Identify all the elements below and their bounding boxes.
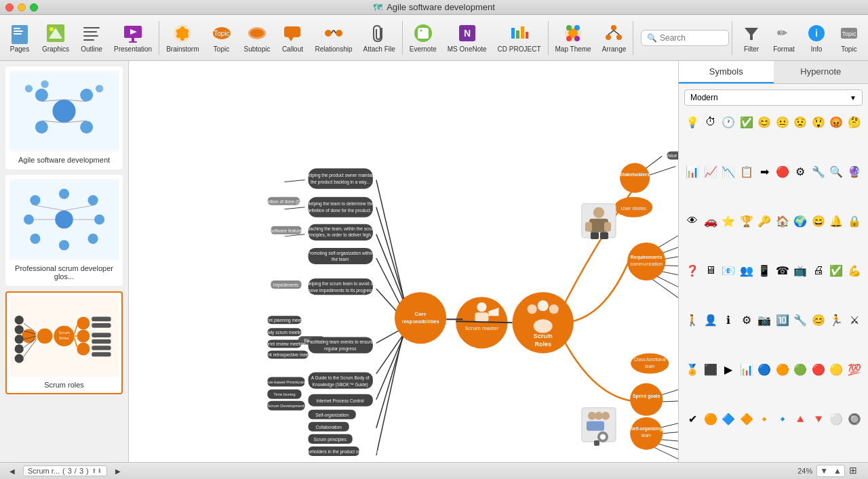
symbol-telephone[interactable]: ☎ (774, 262, 791, 278)
toolbar-relationship[interactable]: Relationship (309, 18, 357, 58)
symbol-small-orange[interactable]: 🔸 (756, 411, 772, 428)
symbol-yellow-circle[interactable]: 🟡 (828, 362, 844, 378)
symbol-down-tri[interactable]: 🔻 (810, 411, 827, 428)
symbol-small-blue[interactable]: 🔹 (774, 411, 791, 428)
symbol-blue-circle[interactable]: 🔵 (756, 362, 772, 378)
symbol-clock[interactable]: 🕐 (720, 114, 736, 130)
minimize-button[interactable] (18, 3, 26, 12)
symbol-orange-diamond[interactable]: 🔶 (738, 411, 755, 428)
symbol-clipboard[interactable]: 📋 (738, 163, 755, 180)
symbol-globe[interactable]: 🌍 (792, 213, 808, 229)
zoom-down-button[interactable]: ▼ (817, 465, 831, 476)
toolbar-arrange[interactable]: Arrange (597, 18, 632, 58)
symbol-trophy[interactable]: 🏆 (738, 213, 755, 229)
symbol-tool[interactable]: 🔧 (792, 312, 808, 329)
symbol-monitor[interactable]: 🖥 (703, 262, 719, 278)
symbol-medal[interactable]: 🏅 (684, 362, 701, 378)
symbol-white-circle[interactable]: ⚪ (828, 411, 844, 428)
toolbar-topic[interactable]: Topic Topic (205, 18, 239, 58)
symbol-chart2[interactable]: 📊 (738, 362, 755, 378)
symbol-happy[interactable]: 😄 (810, 213, 827, 229)
symbol-radio[interactable]: 🔘 (846, 411, 863, 428)
toolbar-info[interactable]: i Info (800, 18, 833, 58)
symbol-extra1[interactable]: 🤔 (846, 114, 863, 130)
symbol-question[interactable]: ❓ (684, 262, 701, 278)
toolbar-format[interactable]: ✏ Format (768, 18, 800, 58)
toolbar-topic2[interactable]: Topic Topic (833, 18, 865, 58)
symbol-key[interactable]: 🔑 (756, 213, 772, 229)
symbol-info[interactable]: ℹ (720, 312, 736, 329)
symbol-bar2[interactable]: 📉 (720, 163, 736, 180)
symbol-lock[interactable]: 🔒 (846, 213, 863, 229)
symbol-bell[interactable]: 🔔 (828, 213, 844, 229)
symbol-orange2[interactable]: 🟠 (703, 411, 719, 428)
symbol-house[interactable]: 🏠 (774, 213, 791, 229)
symbol-people[interactable]: 👥 (738, 262, 755, 278)
symbol-printer[interactable]: 🖨 (810, 262, 827, 278)
symbol-walk[interactable]: 🚶 (684, 312, 701, 329)
symbol-wrench[interactable]: 🔧 (810, 163, 827, 180)
symbol-tv[interactable]: 📺 (792, 262, 808, 278)
symbol-check2[interactable]: ✅ (828, 262, 844, 278)
maximize-button[interactable] (30, 3, 38, 12)
symbol-bulb[interactable]: 💡 (684, 114, 701, 130)
symbol-black-sq[interactable]: ⬛ (703, 362, 719, 378)
tab-symbols[interactable]: Symbols (679, 61, 774, 83)
symbol-worried[interactable]: 😟 (792, 114, 808, 130)
symbol-phone[interactable]: 📱 (756, 262, 772, 278)
close-button[interactable] (5, 3, 14, 12)
toolbar-outline[interactable]: Outline (75, 18, 108, 58)
symbol-settings[interactable]: ⚙ (738, 312, 755, 329)
symbol-star[interactable]: ⭐ (720, 213, 736, 229)
grid-view-button[interactable]: ⊞ (849, 465, 861, 477)
symbol-red-circle2[interactable]: 🔴 (810, 362, 827, 378)
toolbar-graphics[interactable]: Graphics (37, 18, 75, 58)
page-thumb-2[interactable]: Professional scrum developer glos... (5, 175, 123, 286)
toolbar-attach-file[interactable]: Attach File (358, 18, 401, 58)
toolbar-callout[interactable]: Callout (275, 18, 309, 58)
symbol-camera[interactable]: 📷 (756, 312, 772, 329)
symbol-face[interactable]: 😊 (810, 312, 827, 329)
symbol-orange-circle[interactable]: 🟠 (774, 362, 791, 378)
symbol-muscle[interactable]: 💪 (846, 262, 863, 278)
toolbar-subtopic[interactable]: Subtopic (239, 18, 276, 58)
symbol-sword[interactable]: ⚔ (846, 312, 863, 329)
symbol-run[interactable]: 🏃 (828, 312, 844, 329)
symbol-surprised[interactable]: 😲 (810, 114, 827, 130)
symbol-green-circle[interactable]: 🟢 (792, 362, 808, 378)
symbol-angry[interactable]: 😡 (828, 114, 844, 130)
search-input[interactable] (660, 33, 723, 43)
toolbar-ms-onenote[interactable]: N MS OneNote (442, 18, 492, 58)
symbol-neutral[interactable]: 😐 (774, 114, 791, 130)
symbol-smile[interactable]: 😊 (756, 114, 772, 130)
symbol-red-circle[interactable]: 🔴 (774, 163, 791, 180)
symbol-play[interactable]: ▶ (720, 362, 736, 378)
symbol-arrow[interactable]: ➡ (756, 163, 772, 180)
symbol-person[interactable]: 👤 (703, 312, 719, 329)
symbol-magnify[interactable]: 🔍 (828, 163, 844, 180)
symbol-crystal[interactable]: 🔮 (846, 163, 863, 180)
symbol-blue-diamond[interactable]: 🔷 (720, 411, 736, 428)
symbol-car[interactable]: 🚗 (703, 213, 719, 229)
toolbar-filter[interactable]: Filter (735, 18, 768, 58)
symbol-ten[interactable]: 🔟 (774, 312, 791, 329)
symbol-hundred[interactable]: 💯 (846, 362, 863, 378)
tab-hypernote[interactable]: Hypernote (774, 61, 869, 83)
symbol-check-green[interactable]: ✅ (738, 114, 755, 130)
symbol-chart[interactable]: 📊 (684, 163, 701, 180)
page-thumb-1[interactable]: Agile software development (5, 66, 123, 169)
search-box[interactable]: 🔍 (641, 30, 729, 46)
toolbar-presentation[interactable]: Presentation (108, 18, 157, 58)
mind-map-canvas[interactable]: Stakeholders User stories Requirements c… (129, 61, 678, 462)
toolbar-evernote[interactable]: Evernote (404, 18, 442, 58)
symbol-timer[interactable]: ⏱ (703, 114, 719, 130)
next-page-button[interactable]: ▶ (113, 465, 123, 476)
prev-page-button[interactable]: ◀ (7, 465, 18, 476)
toolbar-brainstorm[interactable]: Brainstorm (161, 18, 204, 58)
symbol-checkmark[interactable]: ✔ (684, 411, 701, 428)
symbol-category-dropdown[interactable]: Modern ▼ (684, 89, 863, 106)
toolbar-pages[interactable]: Pages (3, 18, 37, 58)
symbol-bar1[interactable]: 📈 (703, 163, 719, 180)
symbol-email[interactable]: 📧 (720, 262, 736, 278)
page-thumb-3[interactable]: Scrum Roles (5, 291, 123, 394)
